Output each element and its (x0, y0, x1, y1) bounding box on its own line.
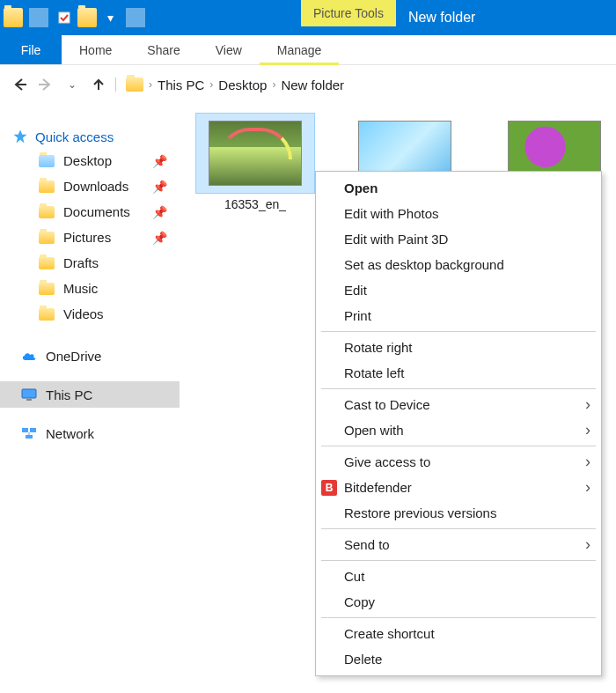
chevron-right-icon[interactable]: › (209, 78, 213, 91)
separator (321, 560, 596, 561)
ctx-bitdefender[interactable]: B Bitdefender › (316, 475, 601, 500)
svg-rect-7 (30, 428, 36, 432)
sidebar-item-pictures[interactable]: Pictures 📌 (0, 225, 180, 250)
contextual-tab-label: Picture Tools (301, 0, 396, 26)
properties-icon[interactable] (55, 8, 74, 27)
nav-forward-button[interactable] (33, 72, 58, 97)
tab-file[interactable]: File (0, 35, 62, 64)
tab-home[interactable]: Home (62, 35, 129, 64)
ctx-rotate-right[interactable]: Rotate right (316, 335, 601, 360)
sidebar-item-desktop[interactable]: Desktop 📌 (0, 148, 180, 173)
chevron-right-icon: › (585, 453, 590, 471)
breadcrumb[interactable]: › This PC › Desktop › New folder (126, 77, 344, 92)
separator (321, 446, 596, 446)
separator (321, 617, 596, 618)
nav-up-button[interactable] (86, 72, 111, 97)
sidebar-item-this-pc[interactable]: This PC (0, 381, 180, 408)
svg-marker-3 (14, 130, 27, 144)
sidebar-item-videos[interactable]: Videos (0, 301, 180, 327)
ctx-set-background[interactable]: Set as desktop background (316, 252, 601, 277)
onedrive-icon (21, 348, 37, 364)
sidebar-item-onedrive[interactable]: OneDrive (0, 343, 180, 369)
sidebar-item-label: Pictures (63, 230, 111, 245)
contextual-tab-underline (260, 63, 340, 65)
ctx-label: Send to (344, 537, 390, 552)
network-icon (21, 425, 37, 441)
ctx-label: Give access to (344, 454, 430, 469)
ctx-cut[interactable]: Cut (316, 564, 601, 589)
context-menu: Open Edit with Photos Edit with Paint 3D… (315, 171, 602, 676)
sidebar-item-label: Documents (63, 204, 130, 219)
chevron-right-icon[interactable]: › (272, 78, 275, 91)
sidebar-item-documents[interactable]: Documents 📌 (0, 199, 180, 225)
sidebar-item-network[interactable]: Network (0, 420, 180, 446)
pc-icon (21, 387, 37, 402)
ctx-send-to[interactable]: Send to › (316, 532, 601, 557)
tab-share[interactable]: Share (129, 35, 197, 64)
ctx-create-shortcut[interactable]: Create shortcut (316, 621, 601, 646)
ctx-open-with[interactable]: Open with › (316, 417, 601, 443)
ctx-edit-photos[interactable]: Edit with Photos (316, 201, 601, 226)
separator (321, 388, 596, 389)
separator (29, 8, 48, 27)
star-icon (12, 129, 28, 144)
chevron-right-icon: › (585, 421, 590, 439)
nav-back-button[interactable] (7, 72, 32, 97)
ctx-delete[interactable]: Delete (316, 646, 601, 672)
separator (115, 77, 116, 92)
sidebar-item-label: Network (46, 426, 94, 441)
sidebar-item-label: Music (63, 281, 98, 296)
crumb-new-folder[interactable]: New folder (281, 77, 344, 92)
crumb-this-pc[interactable]: This PC (158, 77, 204, 92)
bitdefender-icon: B (321, 480, 337, 496)
pin-icon: 📌 (152, 231, 167, 245)
folder-icon (39, 181, 55, 193)
chevron-right-icon[interactable]: › (149, 78, 152, 91)
ctx-rotate-left[interactable]: Rotate left (316, 360, 601, 386)
qat-dropdown-icon[interactable]: ▾ (100, 8, 120, 27)
crumb-desktop[interactable]: Desktop (218, 77, 267, 92)
ctx-label: Cast to Device (344, 397, 430, 412)
sidebar-item-downloads[interactable]: Downloads 📌 (0, 173, 180, 199)
sidebar: Quick access Desktop 📌 Downloads 📌 Docum… (0, 104, 180, 693)
ctx-edit-paint3d[interactable]: Edit with Paint 3D (316, 226, 601, 252)
titlebar: ▾ Picture Tools New folder (0, 0, 616, 35)
sidebar-item-label: OneDrive (46, 349, 101, 364)
separator (126, 8, 145, 27)
folder-icon (39, 232, 55, 244)
ctx-copy[interactable]: Copy (316, 589, 601, 615)
ctx-label: Open with (344, 423, 404, 438)
folder-icon (126, 77, 143, 92)
sidebar-quick-access[interactable]: Quick access (0, 125, 180, 148)
nav-recent-dropdown[interactable]: ⌄ (60, 72, 84, 97)
sidebar-item-label: Desktop (63, 153, 112, 168)
folder-icon (39, 257, 55, 269)
ctx-give-access-to[interactable]: Give access to › (316, 449, 601, 475)
svg-rect-4 (22, 389, 36, 398)
ctx-edit[interactable]: Edit (316, 277, 601, 303)
ctx-label: Bitdefender (344, 480, 412, 495)
tab-label: Manage (277, 43, 322, 57)
separator (321, 331, 596, 332)
sidebar-item-label: Quick access (35, 129, 114, 144)
ctx-open[interactable]: Open (316, 175, 601, 201)
chevron-right-icon: › (585, 395, 590, 414)
sidebar-item-music[interactable]: Music (0, 276, 180, 301)
sidebar-item-drafts[interactable]: Drafts (0, 250, 180, 276)
file-thumbnail[interactable]: 16353_en_ (194, 113, 317, 211)
ctx-print[interactable]: Print (316, 303, 601, 328)
quick-access-toolbar: ▾ (0, 0, 151, 35)
ctx-cast-to-device[interactable]: Cast to Device › (316, 392, 601, 417)
sidebar-item-label: Downloads (63, 179, 128, 194)
folder-icon (39, 308, 55, 321)
ribbon: File Home Share View Manage (0, 35, 616, 65)
tab-manage[interactable]: Manage (260, 35, 340, 64)
folder-icon[interactable] (4, 8, 23, 27)
ctx-restore-versions[interactable]: Restore previous versions (316, 500, 601, 526)
new-folder-icon[interactable] (77, 8, 97, 27)
pin-icon: 📌 (152, 205, 167, 219)
chevron-right-icon: › (585, 478, 590, 497)
svg-rect-5 (26, 399, 32, 401)
folder-icon (39, 283, 55, 295)
tab-view[interactable]: View (198, 35, 260, 64)
